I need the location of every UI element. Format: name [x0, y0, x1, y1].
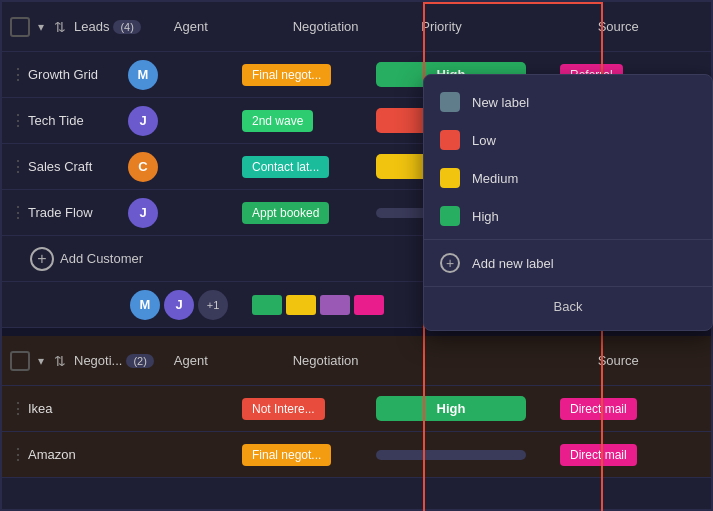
table-row: ⋮ Amazon Final negot... Direct mail	[2, 432, 711, 478]
negotiation-cell: Not Intere...	[242, 398, 372, 420]
drag-handle-icon[interactable]: ⋮	[10, 157, 24, 176]
negotiation-badge[interactable]: Final negot...	[242, 444, 331, 466]
negotiation-cell: Final negot...	[242, 64, 372, 86]
row-name: Ikea	[28, 401, 114, 416]
row-name: Tech Tide	[28, 113, 114, 128]
col-header-negotiation: Negotiation	[293, 19, 418, 34]
source-tag: Direct mail	[560, 398, 637, 420]
avatar: C	[128, 152, 158, 182]
avatar-stack: M J +1	[130, 290, 228, 320]
source-cell: Direct mail	[560, 444, 670, 466]
row-name: Amazon	[28, 447, 114, 462]
negotiation-badge[interactable]: Contact lat...	[242, 156, 329, 178]
table-container: ▾ ⇅ Leads (4) Agent Negotiation Priority…	[0, 0, 713, 511]
avatar: M	[128, 60, 158, 90]
drag-handle-icon[interactable]: ⋮	[10, 65, 24, 84]
negotiation-badge[interactable]: 2nd wave	[242, 110, 313, 132]
negotiation-badge[interactable]: Not Intere...	[242, 398, 325, 420]
dropdown-label: High	[472, 209, 499, 224]
negoti-label: Negoti...	[74, 353, 122, 368]
avatar: M	[130, 290, 160, 320]
swatch-pink	[354, 295, 384, 315]
color-swatch-medium	[440, 168, 460, 188]
dropdown-divider2	[424, 286, 712, 287]
dropdown-item-new-label[interactable]: New label	[424, 83, 712, 121]
dropdown-item-add-new-label[interactable]: + Add new label	[424, 244, 712, 282]
col-header-source2: Source	[598, 353, 703, 368]
dropdown-label: Low	[472, 133, 496, 148]
section2-sort-icon[interactable]: ⇅	[54, 353, 66, 369]
priority-badge[interactable]: High	[376, 396, 526, 421]
plus-count-badge: +1	[198, 290, 228, 320]
add-customer-label: Add Customer	[60, 251, 143, 266]
swatch-purple	[320, 295, 350, 315]
agent-cell: C	[118, 152, 238, 182]
priority-cell[interactable]: High	[376, 396, 556, 421]
dropdown-divider	[424, 239, 712, 240]
col-header-priority: Priority	[421, 19, 593, 34]
priority-dropdown: New label Low Medium High + Add new labe…	[423, 74, 713, 331]
row-name: Sales Craft	[28, 159, 114, 174]
drag-handle-icon[interactable]: ⋮	[10, 111, 24, 130]
row-name: Trade Flow	[28, 205, 114, 220]
agent-cell: M	[118, 60, 238, 90]
dropdown-item-low[interactable]: Low	[424, 121, 712, 159]
section2-chevron-icon[interactable]: ▾	[38, 354, 44, 368]
section1-sort-icon[interactable]: ⇅	[54, 19, 66, 35]
section2-header: ▾ ⇅ Negoti... (2) Agent Negotiation Sour…	[2, 336, 711, 386]
source-label2: Source	[598, 353, 639, 368]
agent-label2: Agent	[174, 353, 208, 368]
negotiation-cell: Contact lat...	[242, 156, 372, 178]
drag-handle-icon[interactable]: ⋮	[10, 445, 24, 464]
avatar: J	[128, 198, 158, 228]
swatch-green	[252, 295, 282, 315]
negoti-count: (2)	[126, 354, 153, 368]
dropdown-item-medium[interactable]: Medium	[424, 159, 712, 197]
col-header-negotiation2: Negotiation	[293, 353, 418, 368]
avatar: J	[128, 106, 158, 136]
negotiation-label2: Negotiation	[293, 353, 359, 368]
col-header-leads: Leads (4)	[74, 19, 170, 34]
section1-header: ▾ ⇅ Leads (4) Agent Negotiation Priority…	[2, 2, 711, 52]
color-swatches	[252, 295, 384, 315]
avatar: J	[164, 290, 194, 320]
color-swatch-high	[440, 206, 460, 226]
col-header-source: Source	[598, 19, 703, 34]
add-label-icon: +	[440, 253, 460, 273]
section1-chevron-icon[interactable]: ▾	[38, 20, 44, 34]
col-header-agent: Agent	[174, 19, 289, 34]
leads-label: Leads	[74, 19, 109, 34]
negotiation-badge[interactable]: Appt booked	[242, 202, 329, 224]
table-row: ⋮ Ikea Not Intere... High Direct mail	[2, 386, 711, 432]
add-customer-icon: +	[30, 247, 54, 271]
priority-label: Priority	[421, 19, 461, 34]
col-header-agent2: Agent	[174, 353, 289, 368]
dropdown-add-label: Add new label	[472, 256, 554, 271]
priority-cell[interactable]	[376, 450, 556, 460]
priority-badge-empty[interactable]	[376, 450, 526, 460]
section2-checkbox[interactable]	[10, 351, 30, 371]
negotiation-cell: Appt booked	[242, 202, 372, 224]
row-name: Growth Grid	[28, 67, 114, 82]
col-header-negoti: Negoti... (2)	[74, 353, 170, 368]
negotiation-cell: Final negot...	[242, 444, 372, 466]
dropdown-label: New label	[472, 95, 529, 110]
negotiation-cell: 2nd wave	[242, 110, 372, 132]
agent-cell: J	[118, 106, 238, 136]
swatch-yellow	[286, 295, 316, 315]
dropdown-label: Medium	[472, 171, 518, 186]
dropdown-back-button[interactable]: Back	[424, 291, 712, 322]
drag-handle-icon[interactable]: ⋮	[10, 399, 24, 418]
dropdown-item-high[interactable]: High	[424, 197, 712, 235]
leads-count: (4)	[113, 20, 140, 34]
source-tag: Direct mail	[560, 444, 637, 466]
drag-handle-icon[interactable]: ⋮	[10, 203, 24, 222]
negotiation-label: Negotiation	[293, 19, 359, 34]
section1-checkbox[interactable]	[10, 17, 30, 37]
color-swatch-low	[440, 130, 460, 150]
source-label: Source	[598, 19, 639, 34]
negotiation-badge[interactable]: Final negot...	[242, 64, 331, 86]
agent-cell: J	[118, 198, 238, 228]
source-cell: Direct mail	[560, 398, 670, 420]
back-label: Back	[554, 299, 583, 314]
